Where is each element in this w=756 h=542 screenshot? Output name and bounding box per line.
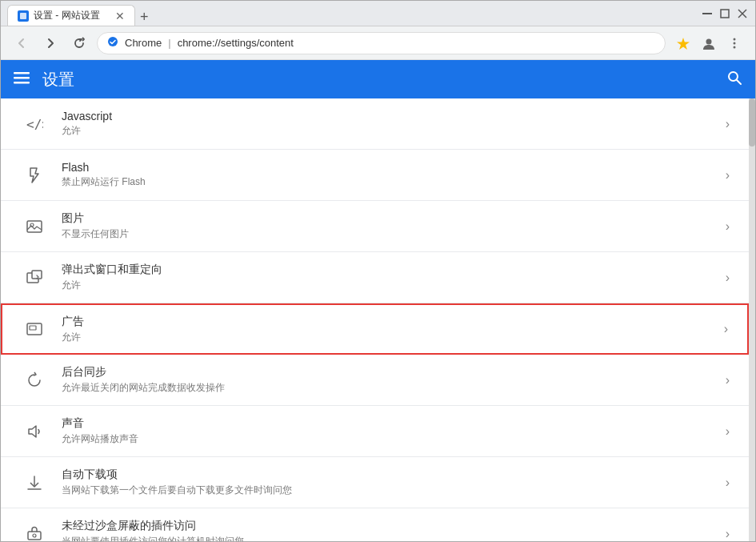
- ads-subtitle: 允许: [62, 331, 724, 344]
- svg-rect-10: [14, 72, 30, 74]
- tab-favicon: [18, 10, 29, 22]
- svg-rect-19: [32, 271, 42, 279]
- background-sync-subtitle: 允许最近关闭的网站完成数据收发操作: [62, 381, 726, 395]
- sound-title: 声音: [62, 416, 726, 431]
- images-content: 图片 不显示任何图片: [62, 211, 726, 241]
- sound-icon: [20, 417, 49, 446]
- plugins-content: 未经过沙盒屏蔽的插件访问 当网站要使用插件访问您的计算机时询问您: [62, 519, 726, 541]
- tab-title: 设置 - 网站设置: [34, 9, 110, 22]
- auto-download-content: 自动下载项 当网站下载第一个文件后要自动下载更多文件时询问您: [62, 468, 726, 497]
- popups-arrow: ›: [726, 271, 730, 285]
- svg-point-6: [706, 38, 712, 44]
- settings-item-javascript[interactable]: </> Javascript 允许 ›: [1, 98, 749, 150]
- window-controls: [701, 7, 749, 20]
- browser-toolbar: Chrome | chrome://settings/content: [1, 26, 755, 60]
- svg-rect-1: [702, 13, 712, 14]
- address-chrome-label: Chrome: [125, 37, 162, 49]
- flash-subtitle: 禁止网站运行 Flash: [62, 175, 726, 189]
- forward-button[interactable]: [39, 32, 62, 54]
- plugins-title: 未经过沙盒屏蔽的插件访问: [62, 519, 726, 533]
- ads-content: 广告 允许: [62, 315, 724, 344]
- background-sync-title: 后台同步: [62, 365, 726, 379]
- svg-point-8: [734, 42, 736, 44]
- images-icon: [20, 212, 49, 241]
- javascript-arrow: ›: [726, 117, 730, 131]
- plugins-subtitle: 当网站要使用插件访问您的计算机时询问您: [62, 535, 726, 541]
- plugins-arrow: ›: [726, 527, 730, 541]
- images-title: 图片: [62, 211, 726, 226]
- address-bar[interactable]: Chrome | chrome://settings/content: [97, 32, 666, 54]
- background-sync-content: 后台同步 允许最近关闭的网站完成数据收发操作: [62, 365, 726, 395]
- scrollbar-thumb[interactable]: [749, 98, 755, 147]
- auto-download-subtitle: 当网站下载第一个文件后要自动下载更多文件时询问您: [62, 484, 726, 497]
- sound-content: 声音 允许网站播放声音: [62, 416, 726, 446]
- popups-icon: [20, 263, 49, 292]
- svg-marker-22: [29, 426, 36, 437]
- settings-item-ads[interactable]: 广告 允许 ›: [1, 303, 749, 355]
- maximize-button[interactable]: [718, 7, 731, 20]
- background-sync-arrow: ›: [726, 373, 730, 387]
- svg-text:</>: </>: [26, 117, 43, 132]
- svg-rect-12: [14, 82, 30, 84]
- menu-button[interactable]: [723, 32, 746, 54]
- title-bar: 设置 - 网站设置 ✕ +: [1, 1, 755, 26]
- header-search-icon[interactable]: [726, 70, 742, 90]
- ads-icon: [20, 315, 49, 343]
- active-tab[interactable]: 设置 - 网站设置 ✕: [7, 5, 135, 26]
- auto-download-icon: [20, 468, 49, 497]
- back-button[interactable]: [10, 32, 33, 54]
- app-body: 设置 </> Javascript 允许: [1, 60, 755, 541]
- content-area: </> Javascript 允许 ›: [1, 98, 755, 541]
- svg-rect-24: [28, 532, 41, 540]
- settings-list: </> Javascript 允许 ›: [1, 98, 749, 541]
- images-arrow: ›: [726, 219, 730, 234]
- tab-close-button[interactable]: ✕: [115, 10, 125, 22]
- flash-icon: [20, 161, 49, 190]
- settings-item-background-sync[interactable]: 后台同步 允许最近关闭的网站完成数据收发操作 ›: [1, 355, 749, 406]
- svg-point-25: [33, 534, 36, 537]
- toolbar-actions: [672, 32, 746, 54]
- plugins-icon: [20, 520, 49, 542]
- settings-item-sound[interactable]: 声音 允许网站播放声音 ›: [1, 406, 749, 457]
- settings-item-plugins[interactable]: 未经过沙盒屏蔽的插件访问 当网站要使用插件访问您的计算机时询问您 ›: [1, 508, 749, 541]
- sound-subtitle: 允许网站播放声音: [62, 432, 726, 446]
- images-subtitle: 不显示任何图片: [62, 227, 726, 241]
- background-sync-icon: [20, 366, 49, 395]
- app-header: 设置: [1, 60, 755, 98]
- settings-item-auto-download[interactable]: 自动下载项 当网站下载第一个文件后要自动下载更多文件时询问您 ›: [1, 457, 749, 508]
- settings-item-popups[interactable]: 弹出式窗口和重定向 允许 ›: [1, 252, 749, 303]
- account-button[interactable]: [698, 32, 720, 54]
- popups-title: 弹出式窗口和重定向: [62, 263, 726, 277]
- svg-rect-21: [30, 326, 36, 330]
- main-scroll-area[interactable]: </> Javascript 允许 ›: [1, 98, 749, 541]
- minimize-button[interactable]: [701, 7, 714, 20]
- ads-arrow: ›: [724, 322, 728, 336]
- close-button[interactable]: [736, 7, 749, 20]
- javascript-icon: </>: [20, 110, 49, 139]
- bookmark-button[interactable]: [672, 32, 694, 54]
- flash-title: Flash: [62, 161, 726, 174]
- auto-download-title: 自动下载项: [62, 468, 726, 482]
- svg-rect-2: [721, 10, 729, 18]
- browser-window: 设置 - 网站设置 ✕ +: [0, 0, 756, 542]
- address-url: chrome://settings/content: [178, 37, 294, 49]
- auto-download-arrow: ›: [726, 476, 730, 490]
- tab-strip: 设置 - 网站设置 ✕ +: [7, 1, 694, 26]
- settings-item-images[interactable]: 图片 不显示任何图片 ›: [1, 201, 749, 252]
- flash-content: Flash 禁止网站运行 Flash: [62, 161, 726, 189]
- refresh-button[interactable]: [68, 32, 90, 54]
- sound-arrow: ›: [726, 424, 730, 439]
- ads-title: 广告: [62, 315, 724, 329]
- svg-rect-0: [20, 13, 26, 19]
- app-title: 设置: [42, 69, 74, 90]
- new-tab-button[interactable]: +: [135, 9, 154, 26]
- svg-rect-16: [27, 221, 42, 232]
- javascript-title: Javascript: [62, 110, 726, 122]
- settings-item-flash[interactable]: Flash 禁止网站运行 Flash ›: [1, 150, 749, 201]
- javascript-subtitle: 允许: [62, 124, 726, 138]
- scrollbar-track[interactable]: [749, 98, 755, 541]
- javascript-content: Javascript 允许: [62, 110, 726, 138]
- hamburger-menu-icon[interactable]: [14, 70, 30, 90]
- svg-point-5: [108, 37, 118, 46]
- popups-content: 弹出式窗口和重定向 允许: [62, 263, 726, 292]
